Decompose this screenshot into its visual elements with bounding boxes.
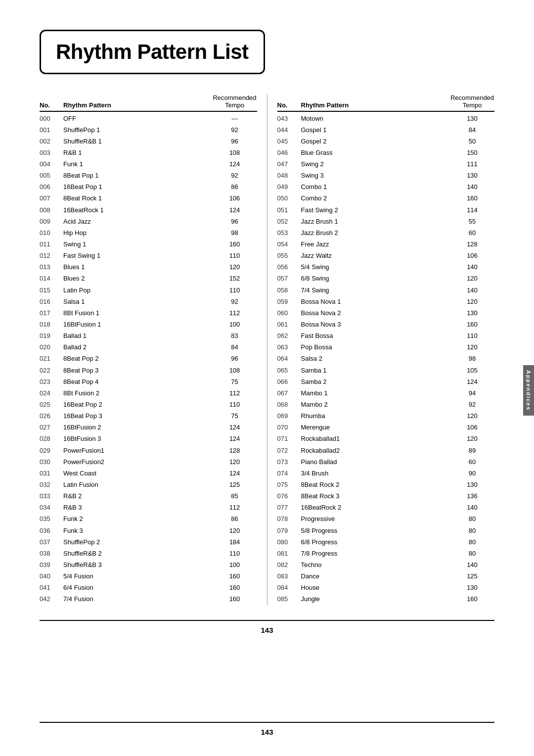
table-row: 061 Bossa Nova 3 160 xyxy=(277,319,495,331)
row-tempo: 130 xyxy=(450,114,494,124)
row-pattern: Blues 1 xyxy=(63,262,213,272)
row-pattern: Latin Pop xyxy=(63,285,213,295)
row-pattern: Jazz Waltz xyxy=(301,251,450,261)
row-tempo: 140 xyxy=(450,560,494,570)
table-row: 038 ShuffleR&B 2 110 xyxy=(40,548,257,559)
table-row: 074 3/4 Brush 90 xyxy=(277,468,495,479)
row-no: 020 xyxy=(40,342,63,352)
table-row: 045 Gospel 2 50 xyxy=(277,136,495,147)
row-tempo: 98 xyxy=(213,228,257,238)
row-pattern: Dance xyxy=(301,571,450,581)
right-rows-container: 043 Motown 130 044 Gospel 1 84 045 Gospe… xyxy=(277,113,495,605)
row-pattern: ShufflePop 2 xyxy=(63,537,213,547)
row-tempo: 120 xyxy=(450,297,494,307)
table-row: 018 16BtFusion 1 100 xyxy=(40,319,257,331)
table-row: 021 8Beat Pop 2 96 xyxy=(40,353,257,365)
table-row: 047 Swing 2 111 xyxy=(277,159,495,170)
row-tempo: 124 xyxy=(450,377,494,387)
row-pattern: Jazz Brush 1 xyxy=(301,217,450,227)
row-pattern: Pop Bossa xyxy=(301,342,450,352)
row-no: 018 xyxy=(40,320,63,330)
table-row: 026 16Beat Pop 3 75 xyxy=(40,411,257,422)
row-pattern: 5/4 Fusion xyxy=(63,571,213,581)
row-no: 063 xyxy=(277,342,301,352)
row-pattern: Gospel 2 xyxy=(301,137,450,146)
table-row: 071 Rockaballad1 120 xyxy=(277,433,495,445)
row-no: 078 xyxy=(277,514,301,524)
table-row: 020 Ballad 2 84 xyxy=(40,342,257,353)
row-pattern: 7/8 Progress xyxy=(301,549,450,559)
table-row: 033 R&B 2 85 xyxy=(40,491,257,502)
row-no: 045 xyxy=(277,137,301,146)
row-tempo: 120 xyxy=(213,526,257,536)
row-tempo: 86 xyxy=(213,182,257,192)
table-row: 001 ShufflePop 1 92 xyxy=(40,124,257,136)
row-tempo: 94 xyxy=(450,388,494,398)
row-tempo: 112 xyxy=(213,308,257,318)
row-tempo: 55 xyxy=(450,217,494,227)
table-row: 075 8Beat Rock 2 130 xyxy=(277,479,495,491)
table-row: 034 R&B 3 112 xyxy=(40,502,257,514)
table-row: 019 Ballad 1 83 xyxy=(40,331,257,342)
row-tempo: 110 xyxy=(213,251,257,261)
row-tempo: 120 xyxy=(450,274,494,284)
table-row: 024 8Bt Fusion 2 112 xyxy=(40,387,257,399)
right-col-no-header: No. xyxy=(277,101,301,109)
row-pattern: 8Beat Rock 1 xyxy=(63,193,213,203)
row-pattern: Rockaballad2 xyxy=(301,446,450,456)
row-pattern: Swing 2 xyxy=(301,159,450,169)
table-row: 082 Techno 140 xyxy=(277,559,495,570)
table-row: 063 Pop Bossa 120 xyxy=(277,342,495,353)
row-no: 053 xyxy=(277,228,301,238)
table-row: 032 Latin Fusion 125 xyxy=(40,479,257,491)
row-tempo: 150 xyxy=(450,148,494,158)
table-row: 079 5/8 Progress 80 xyxy=(277,525,495,536)
table-row: 048 Swing 3 130 xyxy=(277,170,495,182)
row-tempo: 98 xyxy=(450,354,494,364)
row-tempo: 136 xyxy=(450,491,494,501)
row-tempo: 50 xyxy=(450,137,494,146)
row-no: 055 xyxy=(277,251,301,261)
table-row: 016 Salsa 1 92 xyxy=(40,296,257,307)
row-no: 014 xyxy=(40,274,63,284)
row-tempo: 80 xyxy=(450,526,494,536)
row-pattern: ShuffleR&B 3 xyxy=(63,560,213,570)
row-no: 076 xyxy=(277,491,301,501)
row-tempo: 75 xyxy=(213,411,257,421)
row-tempo: 106 xyxy=(213,193,257,203)
row-no: 082 xyxy=(277,560,301,570)
right-header-row: No. Rhythm Pattern Recommended Tempo xyxy=(277,94,495,112)
row-no: 003 xyxy=(40,148,63,158)
row-no: 025 xyxy=(40,400,63,410)
row-tempo: 124 xyxy=(213,205,257,215)
row-no: 017 xyxy=(40,308,63,318)
row-pattern: Swing 3 xyxy=(301,171,450,181)
row-tempo: 114 xyxy=(450,205,494,215)
row-pattern: Acid Jazz xyxy=(63,217,213,227)
row-tempo: 160 xyxy=(213,239,257,249)
table-row: 028 16BtFusion 3 124 xyxy=(40,433,257,445)
row-pattern: Hip Hop xyxy=(63,228,213,238)
row-pattern: 8Beat Pop 3 xyxy=(63,366,213,376)
row-tempo: 160 xyxy=(213,571,257,581)
row-pattern: Mambo 1 xyxy=(301,388,450,398)
row-tempo: 125 xyxy=(450,571,494,581)
row-no: 084 xyxy=(277,583,301,593)
row-no: 080 xyxy=(277,537,301,547)
row-tempo: 140 xyxy=(450,262,494,272)
row-no: 026 xyxy=(40,411,63,421)
table-row: 017 8Bt Fusion 1 112 xyxy=(40,307,257,319)
row-pattern: Funk 2 xyxy=(63,514,213,524)
row-pattern: Jungle xyxy=(301,594,450,604)
row-pattern: 8Bt Fusion 1 xyxy=(63,308,213,318)
row-pattern: PowerFusion1 xyxy=(63,446,213,456)
row-pattern: Bossa Nova 2 xyxy=(301,308,450,318)
row-no: 073 xyxy=(277,457,301,467)
row-no: 036 xyxy=(40,526,63,536)
table-row: 049 Combo 1 140 xyxy=(277,182,495,193)
row-pattern: 16BtFusion 1 xyxy=(63,320,213,330)
row-pattern: Bossa Nova 3 xyxy=(301,320,450,330)
row-tempo: 120 xyxy=(450,434,494,444)
table-row: 062 Fast Bossa 110 xyxy=(277,331,495,342)
row-pattern: Samba 2 xyxy=(301,377,450,387)
